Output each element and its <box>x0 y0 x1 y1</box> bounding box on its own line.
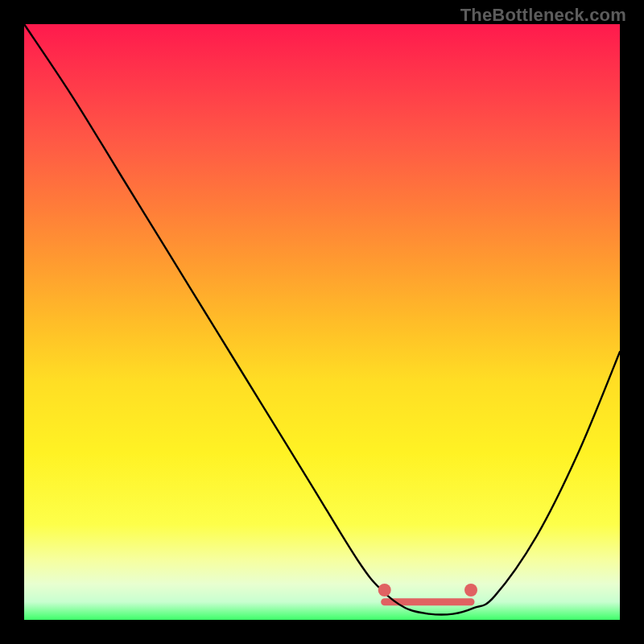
watermark-text: TheBottleneck.com <box>460 5 626 26</box>
curve-layer <box>24 24 620 620</box>
plot-area <box>24 24 620 620</box>
chart-frame: TheBottleneck.com <box>0 0 644 644</box>
trough-markers-group <box>378 584 477 597</box>
trough-end <box>464 584 477 597</box>
bottleneck-curve <box>24 24 620 615</box>
bottleneck-curve-group <box>24 24 620 615</box>
trough-start <box>378 584 391 597</box>
